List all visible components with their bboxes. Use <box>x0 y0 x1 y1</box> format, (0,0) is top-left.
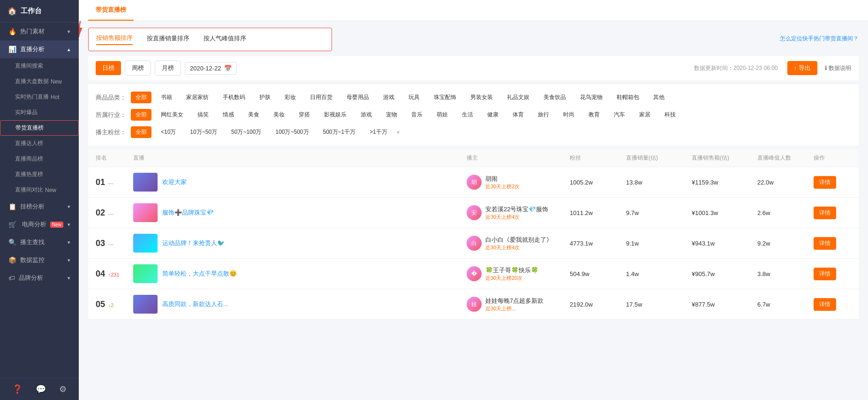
filter-industry-beauty[interactable]: 网红美女 <box>156 109 188 121</box>
detail-button[interactable]: 详情 <box>814 176 836 189</box>
stream-title[interactable]: 简单轻松，大点干早点散😊 <box>162 269 237 278</box>
sidebar-subitem-live-ranking[interactable]: 带货直播榜 <box>0 120 79 136</box>
filter-product-food[interactable]: 美食饮品 <box>539 92 571 103</box>
stream-title[interactable]: 服饰➕品牌珠宝💎 <box>162 208 214 217</box>
help-icon[interactable]: ❓ <box>12 384 23 394</box>
filter-product-makeup[interactable]: 彩妆 <box>280 92 301 103</box>
filter-fans-lt10w[interactable]: <10万 <box>156 126 181 138</box>
detail-button[interactable]: 详情 <box>814 268 836 280</box>
filter-industry-fashion[interactable]: 穿搭 <box>294 109 315 121</box>
sidebar-item-streamer-search[interactable]: 🔍 播主查找 ▾ <box>0 233 79 251</box>
sidebar-item-hot-material[interactable]: 🔥 热门素材 ▾ <box>0 23 79 40</box>
list-icon: 📋 <box>8 203 16 210</box>
filter-product-gifts[interactable]: 礼品文娱 <box>502 92 534 103</box>
filter-industry-life[interactable]: 生活 <box>457 109 478 121</box>
live-talent-label: 直播达人榜 <box>15 140 43 146</box>
filter-product-jewelry[interactable]: 珠宝配饰 <box>429 92 461 103</box>
new-badge-ecommerce: New <box>50 222 63 228</box>
filter-fans-gt1000[interactable]: >1千万 <box>365 126 392 138</box>
tab-live-ranking[interactable]: 带货直播榜 <box>88 0 134 21</box>
btn-daily[interactable]: 日榜 <box>96 61 121 75</box>
sort-by-sales-amount[interactable]: 按销售额排序 <box>96 34 133 45</box>
detail-button[interactable]: 详情 <box>814 298 836 311</box>
filter-product-home[interactable]: 家居家纺 <box>181 92 213 103</box>
sales-amount-cell: ¥905.7w <box>692 270 757 277</box>
filter-product-babycare[interactable]: 母婴用品 <box>342 92 374 103</box>
sidebar-item-ranking-analysis[interactable]: 📋 挂榜分析 ▾ <box>0 198 79 215</box>
filter-industry-funny[interactable]: 搞笑 <box>193 109 213 121</box>
filter-industry-entertainment[interactable]: 影视娱乐 <box>319 109 351 121</box>
btn-monthly[interactable]: 月榜 <box>155 61 181 76</box>
filter-industry-health[interactable]: 健康 <box>483 109 503 121</box>
filter-industry-games[interactable]: 游戏 <box>356 109 377 121</box>
sidebar-subitem-live-hotroom[interactable]: 实时热门直播 Hot <box>0 89 79 105</box>
filter-industry-food[interactable]: 美食 <box>243 109 264 121</box>
sidebar-item-data-monitor[interactable]: 📦 数据监控 ▾ <box>0 251 79 269</box>
stream-title[interactable]: 高质同款，新款达人石... <box>162 300 228 308</box>
sidebar-subitem-live-heat[interactable]: 直播热度榜 <box>0 167 79 182</box>
filter-fans-500to1000[interactable]: 500万~1千万 <box>318 126 361 138</box>
filter-industry-tech[interactable]: 科技 <box>660 109 680 121</box>
table-header: 排名 直播 播主 粉丝 直播销量(估) 直播销售额(估) 直播峰值人数 操作 <box>88 149 859 167</box>
export-button[interactable]: ↑ 导出 <box>787 61 818 75</box>
filter-industry-music[interactable]: 音乐 <box>407 109 427 121</box>
filter-product-daily[interactable]: 日用百货 <box>305 92 337 103</box>
filter-fans-10to50[interactable]: 10万~50万 <box>185 126 222 138</box>
upload-icon: ↑ <box>794 65 797 72</box>
live-compare-label: 直播间对比 <box>15 186 43 194</box>
col-broadcaster: 播主 <box>467 154 570 162</box>
sort-by-sales-volume[interactable]: 按直播销量排序 <box>147 34 189 45</box>
filter-industry-sports[interactable]: 体育 <box>508 109 528 121</box>
filter-product-books[interactable]: 书籍 <box>156 92 177 103</box>
rank-change: — <box>108 241 113 247</box>
filter-industry-home[interactable]: 家居 <box>634 109 655 121</box>
filter-product-games[interactable]: 游戏 <box>378 92 399 103</box>
filter-industry-fashion2[interactable]: 时尚 <box>559 109 579 121</box>
peak-viewers-cell: 3.8w <box>757 270 814 277</box>
sidebar-item-ecommerce-analysis[interactable]: 🛒 电商分析 New ▾ <box>0 215 79 233</box>
date-picker[interactable]: 2020-12-22 📅 <box>185 62 237 75</box>
settings-icon[interactable]: ⚙ <box>59 384 67 394</box>
filter-product-shoes[interactable]: 鞋帽箱包 <box>612 92 644 103</box>
rank-number: 02 <box>96 208 105 217</box>
filter-industry-all[interactable]: 全部 <box>131 109 151 121</box>
btn-weekly[interactable]: 周榜 <box>125 61 151 76</box>
detail-button[interactable]: 详情 <box>814 207 836 219</box>
detail-button[interactable]: 详情 <box>814 237 836 250</box>
filter-product-all[interactable]: 全部 <box>131 92 151 103</box>
sidebar-subitem-live-compare[interactable]: 直播间对比 New <box>0 182 79 198</box>
filter-product-toys[interactable]: 玩具 <box>404 92 424 103</box>
filter-industry-auto[interactable]: 汽车 <box>609 109 630 121</box>
filter-industry-pets[interactable]: 宠物 <box>381 109 402 121</box>
filter-product-electronics[interactable]: 手机数码 <box>218 92 250 103</box>
filter-fans-50to100[interactable]: 50万~100万 <box>226 126 266 138</box>
filter-product-other[interactable]: 其他 <box>649 92 669 103</box>
filter-industry-education[interactable]: 教育 <box>584 109 604 121</box>
col-action: 操作 <box>814 154 851 162</box>
filter-industry-emotion[interactable]: 情感 <box>218 109 239 121</box>
stream-title[interactable]: 运动品牌！来抢贵人🐦 <box>162 239 225 247</box>
filter-fans-all[interactable]: 全部 <box>131 126 151 138</box>
filter-product-clothing[interactable]: 男装女装 <box>466 92 498 103</box>
sidebar-subitem-live-hotitem[interactable]: 实时爆品 <box>0 105 79 120</box>
filter-product-pets[interactable]: 花鸟宠物 <box>575 92 607 103</box>
filter-industry-cosmetic[interactable]: 美妆 <box>269 109 289 121</box>
fans-dropdown-arrow[interactable]: ▾ <box>397 129 400 136</box>
sidebar-subitem-live-product[interactable]: 直播商品榜 <box>0 151 79 167</box>
explain-button[interactable]: ℹ 数据说明 <box>825 64 851 72</box>
sort-by-peak-views[interactable]: 按人气峰值排序 <box>204 34 246 45</box>
sidebar-subitem-live-bigdata[interactable]: 直播大盘数据 New <box>0 74 79 89</box>
stream-title[interactable]: 欢迎大家 <box>162 178 187 186</box>
filter-fans-100to500[interactable]: 100万~500万 <box>271 126 313 138</box>
sidebar-header[interactable]: 🏠 工作台 <box>0 0 79 23</box>
filter-industry-travel[interactable]: 旅行 <box>533 109 554 121</box>
sidebar-subitem-live-search[interactable]: 直播间搜索 <box>0 58 79 74</box>
sidebar-item-live-analysis[interactable]: 📊 直播分析 ▴ <box>0 40 79 58</box>
help-link[interactable]: 怎么定位快手热门带货直播间？ <box>780 35 859 43</box>
sidebar-subitem-live-talent[interactable]: 直播达人榜 <box>0 136 79 151</box>
filter-product-skincare[interactable]: 护肤 <box>255 92 275 103</box>
tab-bar: 带货直播榜 <box>79 0 868 21</box>
filter-industry-baby[interactable]: 萌娃 <box>432 109 453 121</box>
sidebar-item-brand-analysis[interactable]: 🏷 品牌分析 ▾ <box>0 269 79 287</box>
chat-icon[interactable]: 💬 <box>36 384 46 394</box>
